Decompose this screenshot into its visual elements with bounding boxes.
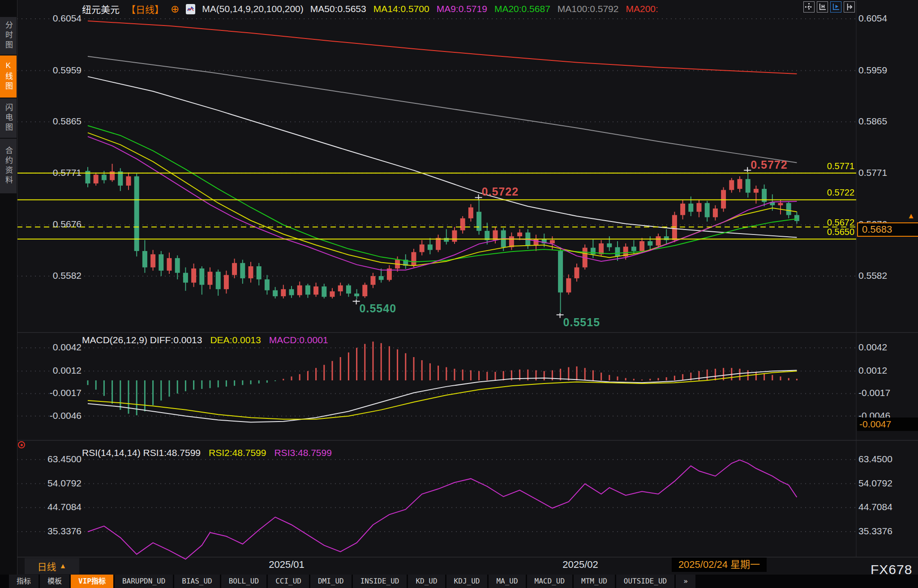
- price-axis-label: 0.5959: [41, 65, 82, 76]
- rsi-axis-label: 35.3376: [858, 526, 899, 537]
- cursor-date-badge: 2025/02/24 星期一: [672, 558, 767, 572]
- price-annotation: 0.5540: [360, 302, 396, 315]
- axis-play-icon[interactable]: [830, 1, 841, 13]
- macd-axis-label: 0.0012: [858, 365, 899, 376]
- level-line-label: 0.5650: [819, 227, 854, 237]
- rsi-value-label: RSI2:48.7599: [209, 447, 266, 458]
- ma-value-label: MA100:0.5792: [558, 4, 619, 14]
- price-annotation: 0.5772: [751, 158, 787, 171]
- month-axis-label: 2025/01: [255, 559, 318, 571]
- rsi-value-label: RSI(14,14,14) RSI1:48.7599: [82, 447, 201, 458]
- indicator-tab-biasud[interactable]: BIAS_UD: [174, 575, 219, 588]
- indicator-tab-macdud[interactable]: MACD_UD: [527, 575, 572, 588]
- indicator-tab-[interactable]: »: [676, 575, 695, 588]
- period-selector-label: 日线: [38, 559, 56, 573]
- ma-params-label: MA(50,14,9,20,100,200): [202, 4, 304, 14]
- ma-value-label: MA20:0.5687: [494, 4, 550, 14]
- indicator-tab-kdjud[interactable]: KDJ_UD: [446, 575, 488, 588]
- rsi-axis-label: 44.7084: [41, 502, 82, 512]
- ma-value-label: MA9:0.5719: [437, 4, 487, 14]
- indicator-tab-mtmud[interactable]: MTM_UD: [574, 575, 615, 588]
- rsi-axis-label: 54.0792: [41, 478, 82, 489]
- price-axis-label: 0.5676: [41, 219, 82, 230]
- price-axis-label: 0.5865: [858, 116, 899, 127]
- price-axis-label: 0.5771: [41, 167, 82, 178]
- price-axis-label: 0.5582: [41, 270, 82, 281]
- indicator-tab-bollud[interactable]: BOLL_UD: [221, 575, 266, 588]
- price-annotation: 0.5722: [482, 185, 519, 198]
- line-shift-icon[interactable]: [844, 1, 855, 13]
- indicator-tab-insideud[interactable]: INSIDE_UD: [353, 575, 407, 588]
- current-price-badge: 0.5683: [857, 222, 918, 237]
- macd-axis-label: -0.0017: [858, 388, 899, 398]
- macd-pane-header: MACD(26,12,9) DIFF:0.0013DEA:0.0013MACD:…: [82, 335, 328, 345]
- level-line-label: 0.5722: [819, 187, 854, 198]
- axis-scale-icon[interactable]: [817, 1, 828, 13]
- indicator-tab-cciud[interactable]: CCI_UD: [268, 575, 309, 588]
- rsi-axis-label: 44.7084: [858, 502, 899, 512]
- crosshair-icon[interactable]: [803, 1, 815, 13]
- macd-value-label: DEA:0.0013: [210, 335, 261, 345]
- price-axis-label: 0.5582: [858, 270, 899, 281]
- period-selector[interactable]: 日线 ▲: [25, 558, 79, 574]
- period-selector-arrow-icon: ▲: [60, 562, 67, 570]
- rsi-axis-label: 35.3376: [41, 526, 82, 537]
- indicator-tab-[interactable]: 模板: [40, 575, 69, 588]
- ma-value-label: MA200:: [626, 4, 658, 14]
- level-line-label: 0.5771: [819, 161, 854, 171]
- indicator-tab-vip[interactable]: VIP指标: [71, 575, 113, 588]
- level-line-label: 0.5672: [819, 217, 854, 228]
- trading-app: 分时图 K线图 闪电图 合约资料 纽元美元 【日线】 ⊕ MA(50,14,9,…: [0, 0, 918, 588]
- macd-axis-label: -0.0017: [41, 388, 82, 398]
- indicator-tab-dmiud[interactable]: DMI_UD: [310, 575, 352, 588]
- add-compare-icon[interactable]: ⊕: [171, 4, 179, 14]
- macd-axis-label: 0.0042: [858, 342, 899, 353]
- indicator-tab-[interactable]: 指标: [9, 575, 39, 588]
- macd-axis-label: -0.0046: [41, 410, 82, 421]
- scale-toolbar: [803, 1, 855, 13]
- price-axis-label: 0.6054: [858, 13, 899, 24]
- price-annotation: 0.5515: [563, 316, 600, 329]
- price-axis-label: 0.6054: [41, 13, 82, 24]
- ma-value-label: MA50:0.5653: [310, 4, 366, 14]
- ma-value-label: MA14:0.5700: [373, 4, 429, 14]
- symbol-name: 纽元美元: [82, 2, 120, 16]
- indicator-tabbar: 指标模板VIP指标BARUPDN_UDBIAS_UDBOLL_UDCCI_UDD…: [0, 575, 918, 588]
- price-axis-label: 0.5865: [41, 116, 82, 127]
- rsi-pane-header: RSI(14,14,14) RSI1:48.7599RSI2:48.7599RS…: [82, 447, 332, 458]
- indicator-tab-maud[interactable]: MA_UD: [489, 575, 525, 588]
- ma-legend: MA50:0.5653MA14:0.5700MA9:0.5719MA20:0.5…: [310, 4, 658, 14]
- month-axis-label: 2025/02: [549, 559, 612, 571]
- sidebar-item-contract-info[interactable]: 合约资料: [0, 139, 17, 193]
- rsi-axis-label: 63.4500: [858, 454, 899, 464]
- indicator-chart-icon[interactable]: [186, 4, 195, 14]
- chart-canvas[interactable]: [0, 0, 918, 588]
- sidebar-item-lightning[interactable]: 闪电图: [0, 98, 17, 138]
- macd-value-label: MACD(26,12,9) DIFF:0.0013: [82, 335, 202, 345]
- rsi-axis-label: 54.0792: [858, 478, 899, 489]
- price-pane-header: 纽元美元 【日线】 ⊕ MA(50,14,9,20,100,200) MA50:…: [82, 2, 658, 16]
- period-tag[interactable]: 【日线】: [126, 2, 164, 16]
- indicator-tab-kdud[interactable]: KD_UD: [408, 575, 445, 588]
- rsi-axis-label: 63.4500: [41, 454, 82, 464]
- price-up-arrow-icon: ▲: [907, 212, 915, 221]
- rsi-value-label: RSI3:48.7599: [274, 447, 331, 458]
- sidebar-item-kline[interactable]: K线图: [0, 55, 17, 98]
- sidebar-item-timeshare[interactable]: 分时图: [0, 17, 17, 55]
- macd-value-label: MACD:0.0001: [269, 335, 328, 345]
- macd-min-badge: -0.0047: [857, 418, 918, 431]
- macd-axis-label: 0.0042: [41, 342, 82, 353]
- indicator-tab-barupdnud[interactable]: BARUPDN_UD: [115, 575, 173, 588]
- price-axis-label: 0.5959: [858, 65, 899, 76]
- macd-axis-label: 0.0012: [41, 365, 82, 376]
- target-marker-icon: [18, 441, 25, 448]
- chart-type-sidebar: 分时图 K线图 闪电图 合约资料: [0, 0, 17, 575]
- price-axis-label: 0.5771: [858, 167, 899, 178]
- indicator-tab-outsideud[interactable]: OUTSIDE_UD: [616, 575, 674, 588]
